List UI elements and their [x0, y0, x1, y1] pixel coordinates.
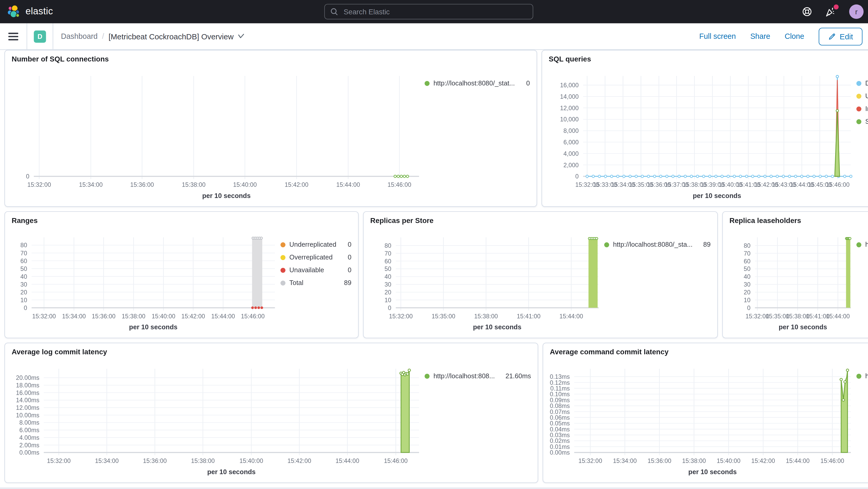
legend-series-label: Selects — [865, 118, 868, 125]
legend-item[interactable]: Updates0 — [856, 92, 868, 100]
svg-text:0: 0 — [747, 305, 750, 311]
svg-text:0.06ms: 0.06ms — [550, 414, 570, 421]
legend-item[interactable]: Inserts0 — [856, 105, 868, 113]
svg-text:20.00ms: 20.00ms — [16, 374, 39, 381]
replicas-per-store-chart[interactable]: 0102030405060708015:32:0015:35:0015:38:0… — [370, 227, 604, 333]
legend-series-label: Underreplicated — [289, 241, 336, 248]
legend-item[interactable]: http://localhost:8080/_stat...0 — [425, 79, 530, 87]
legend-item[interactable]: Underreplicated0 — [280, 241, 351, 248]
svg-text:15:44:00: 15:44:00 — [786, 457, 810, 464]
svg-text:6.00ms: 6.00ms — [19, 427, 39, 433]
panel-average-log-commit-latency: Average log commit latency 0.00ms2.00ms4… — [4, 343, 538, 483]
svg-text:15:36:00: 15:36:00 — [143, 457, 167, 464]
dashboard-app-badge: D — [34, 30, 46, 42]
elastic-logo[interactable]: elastic — [7, 4, 53, 19]
sql-queries-chart[interactable]: 02,0004,0006,0008,00010,00012,00014,0001… — [549, 66, 856, 202]
share-button[interactable]: Share — [750, 32, 770, 40]
svg-text:15:46:00: 15:46:00 — [826, 181, 849, 188]
legend-series-label: Updates — [865, 92, 868, 100]
logo-text: elastic — [26, 6, 53, 17]
svg-text:15:38:00: 15:38:00 — [182, 181, 206, 188]
ranges-chart[interactable]: 0102030405060708015:32:0015:34:0015:36:0… — [12, 227, 280, 333]
bottom-strip — [0, 487, 868, 489]
svg-text:50: 50 — [20, 266, 27, 272]
legend-series-label: Deletes — [865, 79, 868, 87]
legend-item[interactable]: http://localhost:8080...0.14ms — [856, 372, 868, 380]
elastic-logo-icon — [7, 4, 21, 19]
legend-item[interactable]: Overreplicated0 — [280, 253, 351, 261]
svg-text:20: 20 — [20, 289, 27, 296]
breadcrumb: Dashboard / [Metricbeat CockroachDB] Ove… — [61, 32, 245, 41]
global-search-bar[interactable] — [324, 4, 533, 20]
legend-series-value: 0 — [343, 253, 351, 261]
legend-item[interactable]: http://localhost:8080/_sta...89 — [856, 241, 868, 248]
whats-new-button[interactable] — [825, 6, 836, 17]
svg-text:15:32:00: 15:32:00 — [47, 457, 70, 464]
legend-series-dot-icon — [856, 242, 861, 247]
panel-title: SQL queries — [549, 55, 868, 64]
avg-log-commit-latency-legend: http://localhost:808...21.60ms — [425, 359, 531, 478]
svg-text:15:44:00: 15:44:00 — [335, 457, 359, 464]
legend-item[interactable]: http://localhost:808...21.60ms — [425, 372, 531, 380]
chevron-down-icon[interactable] — [238, 34, 245, 39]
svg-text:15:34:00: 15:34:00 — [95, 457, 119, 464]
dashboard-grid: Number of SQL connections 015:32:0015:34… — [4, 50, 864, 483]
svg-text:2.00ms: 2.00ms — [19, 442, 39, 449]
replica-leaseholders-legend: http://localhost:8080/_sta...89 — [856, 227, 868, 333]
life-buoy-icon — [802, 7, 812, 17]
breadcrumb-dashboard-link[interactable]: Dashboard — [61, 32, 98, 40]
legend-series-value: 0 — [343, 241, 351, 248]
panel-number-of-sql-connections: Number of SQL connections 015:32:0015:34… — [4, 50, 537, 207]
legend-series-value: 0 — [522, 79, 530, 87]
svg-text:15:44:00: 15:44:00 — [211, 313, 235, 320]
svg-text:4,000: 4,000 — [563, 150, 579, 157]
svg-text:15:34:00: 15:34:00 — [79, 181, 103, 188]
legend-item[interactable]: Total89 — [280, 279, 351, 287]
svg-text:4.00ms: 4.00ms — [19, 434, 39, 441]
breadcrumb-bar: D Dashboard / [Metricbeat CockroachDB] O… — [0, 23, 868, 50]
help-button[interactable] — [802, 7, 812, 17]
svg-text:0.00ms: 0.00ms — [550, 449, 570, 456]
svg-text:15:46:00: 15:46:00 — [820, 457, 844, 464]
panel-title: Ranges — [12, 216, 351, 225]
menu-button[interactable] — [0, 23, 27, 49]
svg-text:per 10 seconds: per 10 seconds — [202, 192, 251, 199]
header-right-icons: r — [802, 0, 864, 23]
replica-leaseholders-chart[interactable]: 0102030405060708015:32:0015:35:0015:38:0… — [730, 227, 856, 333]
svg-text:0: 0 — [575, 173, 579, 180]
avg-log-commit-latency-chart[interactable]: 0.00ms2.00ms4.00ms6.00ms8.00ms10.00ms12.… — [12, 359, 425, 478]
search-input[interactable] — [342, 7, 527, 17]
kibana-dashboard-app: elastic — [0, 0, 868, 489]
avg-command-commit-latency-chart[interactable]: 0.00ms0.01ms0.02ms0.03ms0.04ms0.05ms0.06… — [550, 359, 856, 478]
legend-item[interactable]: http://localhost:8080/_sta...89 — [604, 241, 711, 248]
page-title[interactable]: [Metricbeat CockroachDB] Overview — [108, 32, 234, 41]
legend-item[interactable]: Unavailable0 — [280, 266, 351, 274]
legend-series-value: 21.60ms — [501, 372, 531, 380]
svg-text:12,000: 12,000 — [560, 105, 579, 112]
legend-item[interactable]: Deletes0 — [856, 79, 868, 87]
legend-series-label: http://localhost:8080/_sta... — [865, 241, 868, 248]
panel-title: Average log commit latency — [12, 348, 531, 357]
svg-text:8.00ms: 8.00ms — [19, 420, 39, 426]
svg-text:15:32:00: 15:32:00 — [579, 457, 602, 464]
legend-item[interactable]: Selects0 — [856, 118, 868, 125]
svg-text:15:32:00: 15:32:00 — [32, 313, 56, 320]
clone-button[interactable]: Clone — [785, 32, 804, 40]
edit-button[interactable]: Edit — [818, 27, 862, 45]
svg-text:0.01ms: 0.01ms — [550, 444, 570, 450]
avatar[interactable]: r — [849, 4, 864, 19]
svg-text:0.09ms: 0.09ms — [550, 397, 570, 403]
svg-text:15:40:00: 15:40:00 — [233, 181, 257, 188]
panel-ranges: Ranges 0102030405060708015:32:0015:34:00… — [4, 211, 359, 338]
svg-text:per 10 seconds: per 10 seconds — [688, 468, 737, 476]
sql-connections-chart[interactable]: 015:32:0015:34:0015:36:0015:38:0015:40:0… — [12, 66, 425, 202]
full-screen-button[interactable]: Full screen — [699, 32, 736, 40]
svg-text:0.04ms: 0.04ms — [550, 426, 570, 433]
svg-text:15:42:00: 15:42:00 — [285, 181, 308, 188]
svg-text:10,000: 10,000 — [560, 116, 579, 123]
svg-text:15:46:00: 15:46:00 — [388, 181, 411, 188]
legend-series-value: 89 — [699, 241, 710, 248]
svg-text:15:34:00: 15:34:00 — [62, 313, 86, 320]
legend-series-label: Overreplicated — [289, 253, 333, 261]
svg-text:50: 50 — [744, 266, 750, 272]
